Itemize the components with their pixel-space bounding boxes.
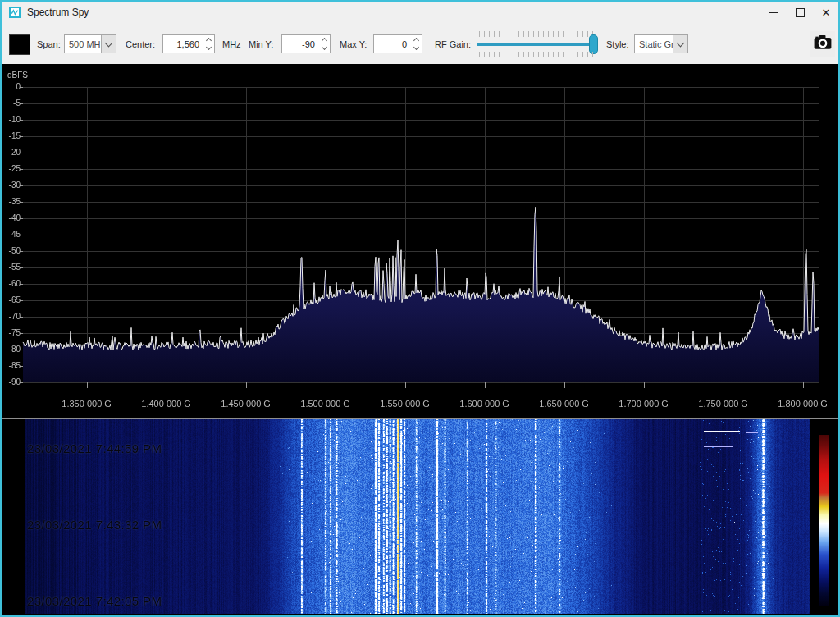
style-label: Style: [606, 39, 629, 49]
y-tick-label: -90 [2, 377, 21, 386]
waterfall-panel: 23/03/2021 7:44:59 PM23/03/2021 7:43:32 … [2, 419, 838, 614]
mhz-label: MHz [222, 39, 241, 49]
y-tick-label: -75 [2, 328, 21, 337]
start-stop-button[interactable] [9, 34, 30, 55]
x-tick-label: 1.650 000 G [527, 399, 601, 409]
toolbar: Span: 500 MH Center: 1,560 MHz Min Y: -9… [2, 23, 838, 64]
waterfall-timestamp: 23/03/2021 7:42:05 PM [27, 594, 162, 608]
span-dropdown-button[interactable] [101, 35, 116, 53]
rf-gain-label: RF Gain: [435, 39, 471, 49]
x-tick-label: 1.450 000 G [209, 399, 283, 409]
maximize-button[interactable] [788, 2, 812, 23]
x-tick-label: 1.600 000 G [448, 399, 522, 409]
x-tick-label: 1.400 000 G [130, 399, 203, 409]
x-tick-label: 1.500 000 G [289, 399, 363, 409]
max-y-value: 0 [374, 39, 410, 49]
minimize-button[interactable] [761, 2, 786, 23]
waterfall-timestamp: 23/03/2021 7:44:59 PM [27, 441, 162, 455]
y-tick-label: -80 [2, 345, 21, 354]
waterfall-timestamp: 23/03/2021 7:43:32 PM [27, 518, 162, 532]
style-dropdown-button[interactable] [673, 35, 687, 53]
min-y-spin-up-button[interactable] [318, 35, 330, 44]
y-tick-label: -70 [2, 312, 21, 321]
y-tick-label: 0 [2, 82, 21, 91]
chevron-down-icon [677, 39, 685, 47]
chevron-up-icon [321, 38, 326, 43]
x-tick-label: 1.350 000 G [50, 399, 124, 409]
min-y-label: Min Y: [249, 39, 273, 49]
y-tick-label: -45 [2, 230, 21, 239]
y-tick-label: -20 [2, 148, 21, 157]
y-tick-label: -25 [2, 164, 21, 173]
max-y-label: Max Y: [340, 39, 367, 49]
max-y-spinner[interactable]: 0 [373, 34, 422, 53]
span-combobox[interactable]: 500 MH [64, 34, 116, 53]
y-tick-label: -15 [2, 131, 21, 140]
center-spin-down-button[interactable] [203, 44, 214, 53]
max-y-spin-down-button[interactable] [410, 44, 422, 53]
span-value: 500 MH [65, 39, 101, 49]
max-y-spin-up-button[interactable] [410, 35, 422, 44]
camera-icon [812, 32, 833, 56]
center-spinner[interactable]: 1,560 [162, 34, 215, 53]
chevron-up-icon [413, 38, 418, 43]
minimize-icon [769, 12, 778, 13]
chevron-down-icon [205, 44, 211, 50]
style-combobox[interactable]: Static Gr [634, 34, 688, 53]
style-value: Static Gr [635, 39, 673, 49]
y-tick-label: -65 [2, 295, 21, 304]
y-tick-label: -40 [2, 213, 21, 222]
slider-track[interactable] [477, 43, 594, 46]
maximize-icon [796, 8, 805, 17]
y-tick-label: -10 [2, 115, 21, 124]
chevron-up-icon [205, 38, 211, 43]
app-icon [9, 7, 21, 18]
y-tick-label: -5 [2, 98, 21, 107]
center-label: Center: [126, 39, 155, 49]
center-spin-up-button[interactable] [203, 35, 214, 44]
min-y-spinner[interactable]: -90 [281, 34, 331, 53]
waterfall-colorbar [819, 435, 829, 606]
y-tick-label: -50 [2, 246, 21, 255]
y-tick-label: -85 [2, 361, 21, 370]
y-tick-label: -55 [2, 263, 21, 272]
window-title: Spectrum Spy [27, 7, 89, 18]
close-icon: ✕ [822, 7, 831, 19]
app-window: Spectrum Spy ✕ Span: 500 MH Center: 1,56… [0, 0, 840, 617]
chevron-down-icon [413, 44, 418, 50]
y-tick-label: -35 [2, 197, 21, 206]
x-tick-label: 1.700 000 G [607, 399, 681, 409]
close-button[interactable]: ✕ [814, 2, 838, 23]
rf-gain-slider[interactable] [477, 31, 599, 57]
min-y-value: -90 [282, 39, 318, 49]
spectrum-canvas[interactable] [2, 64, 838, 414]
span-label: Span: [37, 39, 61, 49]
x-tick-label: 1.550 000 G [368, 399, 442, 409]
center-value: 1,560 [163, 39, 203, 49]
slider-ticks-top [479, 31, 597, 37]
chevron-down-icon [105, 39, 113, 47]
y-tick-label: -30 [2, 181, 21, 190]
titlebar[interactable]: Spectrum Spy ✕ [2, 2, 838, 23]
y-axis-unit-label: dBFS [7, 71, 28, 80]
x-tick-label: 1.750 000 G [687, 399, 760, 409]
x-tick-label: 1.800 000 G [766, 399, 840, 409]
spectrum-panel: dBFS 0-5-10-15-20-25-30-35-40-45-50-55-6… [2, 64, 838, 414]
min-y-spin-down-button[interactable] [318, 44, 330, 53]
slider-ticks-bottom [479, 52, 597, 57]
y-tick-label: -60 [2, 279, 21, 288]
chevron-down-icon [321, 44, 326, 50]
screenshot-button[interactable] [810, 31, 835, 57]
